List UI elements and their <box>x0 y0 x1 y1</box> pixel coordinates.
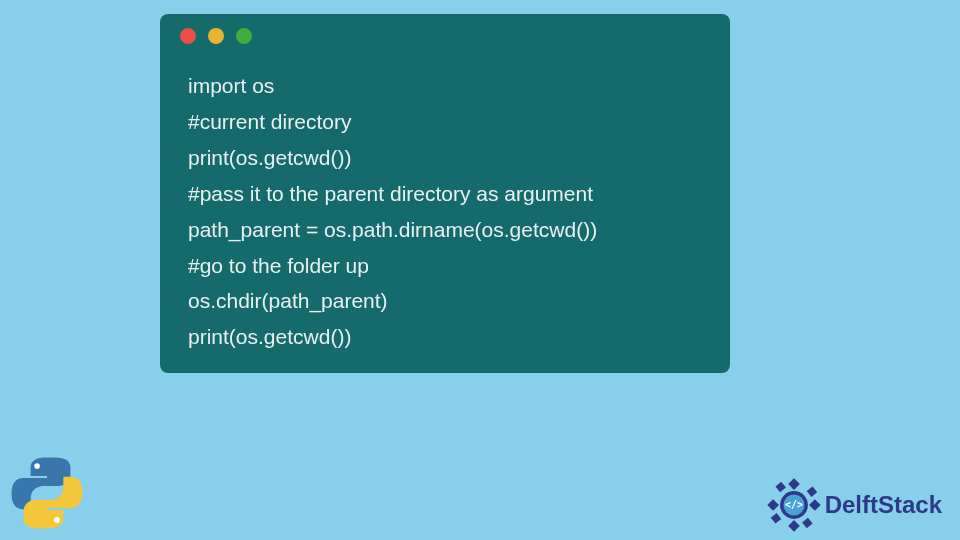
close-icon[interactable] <box>180 28 196 44</box>
python-logo-icon <box>8 454 86 532</box>
code-line: #go to the folder up <box>188 248 702 284</box>
code-line: print(os.getcwd()) <box>188 140 702 176</box>
svg-point-0 <box>34 463 40 469</box>
maximize-icon[interactable] <box>236 28 252 44</box>
code-window: import os #current directory print(os.ge… <box>160 14 730 373</box>
code-line: #pass it to the parent directory as argu… <box>188 176 702 212</box>
code-line: import os <box>188 68 702 104</box>
svg-point-1 <box>54 517 60 523</box>
svg-text:</>: </> <box>785 499 803 510</box>
code-line: path_parent = os.path.dirname(os.getcwd(… <box>188 212 702 248</box>
brand-name: DelftStack <box>825 491 942 519</box>
code-body: import os #current directory print(os.ge… <box>160 58 730 355</box>
code-line: print(os.getcwd()) <box>188 319 702 355</box>
delftstack-icon: </> <box>765 476 823 534</box>
brand-logo: </> DelftStack <box>765 476 942 534</box>
minimize-icon[interactable] <box>208 28 224 44</box>
code-line: os.chdir(path_parent) <box>188 283 702 319</box>
window-titlebar <box>160 14 730 58</box>
code-line: #current directory <box>188 104 702 140</box>
